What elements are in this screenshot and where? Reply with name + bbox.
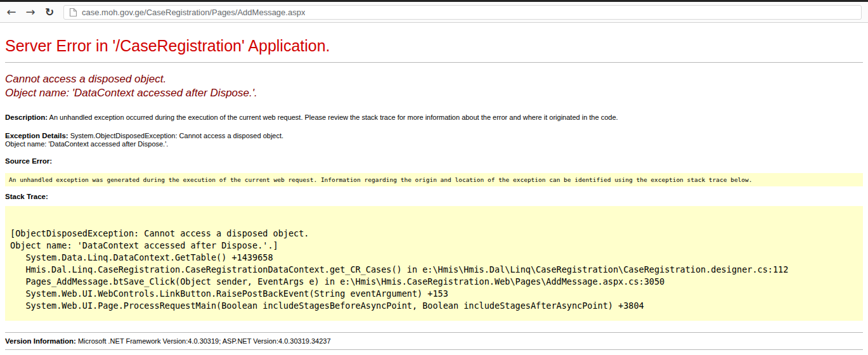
description-row: Description: An unhandled exception occu… — [5, 113, 863, 122]
back-button[interactable]: ← — [3, 3, 20, 21]
error-message-line1: Cannot access a disposed object. — [5, 72, 863, 86]
source-error-box: An unhandled exception was generated dur… — [5, 173, 863, 186]
divider-bottom-2 — [5, 349, 863, 350]
browser-window: ← → ↻ case.moh.gov.ge/CaseRegistration/P… — [0, 0, 868, 350]
exception-details-row: Exception Details: System.ObjectDisposed… — [5, 132, 863, 148]
exception-details-text: System.ObjectDisposedException: Cannot a… — [70, 132, 283, 139]
exception-details-text2: Object name: 'DataContext accessed after… — [5, 140, 168, 148]
version-info-text: Microsoft .NET Framework Version:4.0.303… — [78, 337, 331, 345]
reload-button[interactable]: ↻ — [41, 3, 58, 21]
browser-toolbar: ← → ↻ case.moh.gov.ge/CaseRegistration/P… — [0, 0, 868, 23]
divider-top — [5, 62, 863, 63]
exception-details-label: Exception Details: — [5, 132, 68, 139]
page-title: Server Error in '/CaseRegistration' Appl… — [5, 37, 863, 55]
forward-button[interactable]: → — [22, 3, 39, 21]
stack-trace-row: Stack Trace: — [5, 193, 863, 201]
error-page: Server Error in '/CaseRegistration' Appl… — [0, 37, 868, 350]
document-page-icon[interactable] — [69, 8, 77, 17]
stack-trace-label: Stack Trace: — [5, 193, 48, 200]
error-message-line2: Object name: 'DataContext accessed after… — [5, 86, 863, 100]
divider-bottom-1 — [5, 332, 863, 333]
version-info-label: Version Information: — [5, 337, 76, 345]
version-info-row: Version Information: Microsoft .NET Fram… — [5, 337, 863, 345]
description-text: An unhandled exception occurred during t… — [49, 113, 618, 121]
source-error-row: Source Error: — [5, 157, 863, 165]
source-error-label: Source Error: — [5, 157, 52, 165]
description-label: Description: — [5, 113, 48, 121]
source-error-text: An unhandled exception was generated dur… — [9, 176, 753, 183]
stack-trace-box: [ObjectDisposedException: Cannot access … — [5, 206, 863, 321]
address-bar[interactable]: case.moh.gov.ge/CaseRegistration/Pages/A… — [63, 5, 862, 20]
url-text: case.moh.gov.ge/CaseRegistration/Pages/A… — [82, 8, 305, 17]
